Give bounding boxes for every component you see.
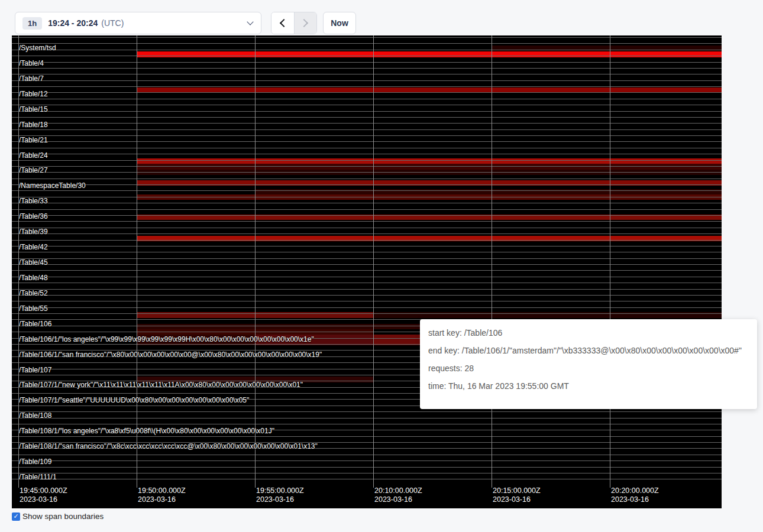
time-range-label: 19:24 - 20:24 bbox=[48, 18, 98, 28]
time-axis-tick: 19:55:00.000Z2023-03-16 bbox=[256, 486, 304, 504]
tooltip-requests: requests: 28 bbox=[428, 364, 749, 373]
span-boundary-line bbox=[12, 86, 722, 87]
time-gridline bbox=[492, 35, 492, 488]
row-key-label: /Table/18 bbox=[19, 121, 48, 129]
span-boundary-line bbox=[12, 123, 722, 124]
span-boundary-line bbox=[12, 105, 722, 105]
span-boundary-line bbox=[12, 228, 722, 228]
span-boundary-line bbox=[12, 111, 722, 112]
span-boundary-line bbox=[12, 92, 722, 93]
row-key-label: /Table/48 bbox=[19, 274, 48, 282]
time-axis-tick: 19:45:00.000Z2023-03-16 bbox=[20, 486, 67, 504]
row-key-label: /Table/107/1/"new york"/"\x11\x11\x11\x1… bbox=[19, 381, 303, 389]
span-boundary-line bbox=[12, 190, 722, 191]
span-boundary-line bbox=[12, 62, 722, 63]
span-boundary-line bbox=[12, 295, 722, 296]
time-axis-tick: 20:20:00.000Z2023-03-16 bbox=[611, 486, 659, 504]
span-boundary-line bbox=[12, 179, 722, 179]
span-boundary-line bbox=[12, 479, 722, 479]
span-boundary-line bbox=[12, 160, 722, 161]
time-axis-tick: 19:50:00.000Z2023-03-16 bbox=[138, 486, 186, 504]
row-key-label: /Table/52 bbox=[19, 289, 48, 297]
span-tooltip: start key: /Table/106 end key: /Table/10… bbox=[420, 319, 757, 409]
span-boundary-line bbox=[12, 307, 722, 308]
show-span-boundaries-checkbox[interactable]: ✓ bbox=[12, 512, 20, 521]
row-key-label: /Table/45 bbox=[19, 258, 48, 267]
time-range-selector[interactable]: 1h 19:24 - 20:24 (UTC) bbox=[15, 12, 261, 34]
row-key-label: /Table/24 bbox=[19, 151, 48, 160]
time-axis-tick: 20:10:00.000Z2023-03-16 bbox=[374, 486, 422, 504]
heat-band bbox=[137, 51, 722, 57]
span-boundary-line bbox=[12, 252, 722, 252]
row-key-label: /Table/107 bbox=[19, 366, 51, 374]
row-key-label: /Table/15 bbox=[19, 105, 48, 113]
row-key-label: /Table/108 bbox=[19, 411, 51, 420]
row-key-label: /Table/27 bbox=[19, 166, 48, 174]
row-key-label: /Table/111/1 bbox=[19, 473, 57, 481]
span-boundary-line bbox=[12, 277, 722, 277]
tooltip-time: time: Thu, 16 Mar 2023 19:55:00 GMT bbox=[428, 381, 749, 391]
heat-band bbox=[137, 164, 722, 170]
span-boundary-line bbox=[12, 50, 722, 50]
span-boundary-line bbox=[12, 172, 722, 173]
span-boundary-line bbox=[12, 301, 722, 301]
row-key-label: /Table/106 bbox=[19, 320, 51, 328]
span-boundary-line bbox=[12, 56, 722, 56]
span-boundary-line bbox=[12, 117, 722, 118]
page: { "toolbar": { "time_range_selector": { … bbox=[0, 0, 763, 532]
heat-band bbox=[137, 158, 722, 164]
row-key-label: /Table/109 bbox=[19, 458, 51, 466]
span-boundary-line bbox=[12, 68, 722, 69]
row-key-label: /Table/106/1/"san francisco"/"\x80\x00\x… bbox=[19, 351, 322, 359]
row-key-label: /NamespaceTable/30 bbox=[19, 181, 86, 190]
show-span-boundaries-label: Show span boundaries bbox=[22, 512, 104, 521]
row-key-label: /Table/108/1/"san francisco"/"\x8c\xcc\x… bbox=[19, 442, 318, 450]
span-boundary-line bbox=[12, 99, 722, 99]
now-button[interactable]: Now bbox=[323, 12, 356, 34]
span-boundary-line bbox=[12, 37, 722, 38]
span-boundary-line bbox=[12, 233, 722, 234]
time-gridline bbox=[610, 35, 610, 488]
timezone-label: (UTC) bbox=[101, 18, 124, 28]
span-boundary-line bbox=[12, 270, 722, 271]
row-key-label: /Table/21 bbox=[19, 136, 48, 144]
span-boundary-line bbox=[12, 141, 722, 142]
time-window-nav bbox=[271, 12, 317, 34]
span-boundary-line bbox=[12, 135, 722, 136]
time-gridline bbox=[137, 35, 137, 488]
span-boundary-line bbox=[12, 258, 722, 259]
duration-badge: 1h bbox=[22, 17, 42, 30]
time-axis-tick: 20:15:00.000Z2023-03-16 bbox=[493, 486, 541, 504]
span-boundary-line bbox=[12, 240, 722, 241]
span-boundary-line bbox=[12, 197, 722, 197]
row-key-label: /Table/4 bbox=[19, 59, 44, 67]
span-boundary-line bbox=[12, 289, 722, 290]
span-boundary-line bbox=[12, 313, 722, 314]
time-gridline bbox=[255, 35, 256, 488]
span-boundary-line bbox=[12, 424, 722, 424]
next-window-button-disabled[interactable] bbox=[294, 12, 317, 34]
chevron-left-icon bbox=[280, 19, 288, 27]
tooltip-start-key: start key: /Table/106 bbox=[428, 328, 749, 338]
key-visualizer-canvas[interactable]: /System/tsd/Table/4/Table/7/Table/12/Tab… bbox=[12, 35, 722, 508]
span-boundary-line bbox=[12, 203, 722, 203]
span-boundary-line bbox=[12, 184, 722, 185]
show-span-boundaries-row: ✓ Show span boundaries bbox=[12, 512, 104, 521]
span-boundary-line bbox=[12, 80, 722, 81]
previous-window-button[interactable] bbox=[271, 12, 294, 34]
span-boundary-line bbox=[12, 411, 722, 412]
chevron-right-icon bbox=[300, 19, 308, 27]
tooltip-end-key: end key: /Table/106/1/"amsterdam"/"\xb33… bbox=[428, 346, 749, 355]
span-boundary-line bbox=[12, 283, 722, 283]
row-key-label: /Table/39 bbox=[19, 228, 48, 236]
span-boundary-line bbox=[12, 473, 722, 473]
span-boundary-line bbox=[12, 148, 722, 148]
row-key-label: /Table/42 bbox=[19, 243, 48, 251]
row-key-label: /Table/106/1/"los angeles"/"\x99\x99\x99… bbox=[19, 335, 314, 343]
row-key-label: /Table/108/1/"los angeles"/"\xa8\xf5\u00… bbox=[19, 427, 274, 435]
span-boundary-line bbox=[12, 154, 722, 154]
span-boundary-line bbox=[12, 209, 722, 210]
span-boundary-line bbox=[12, 221, 722, 222]
time-gridline bbox=[373, 35, 374, 488]
span-boundary-line bbox=[12, 455, 722, 455]
